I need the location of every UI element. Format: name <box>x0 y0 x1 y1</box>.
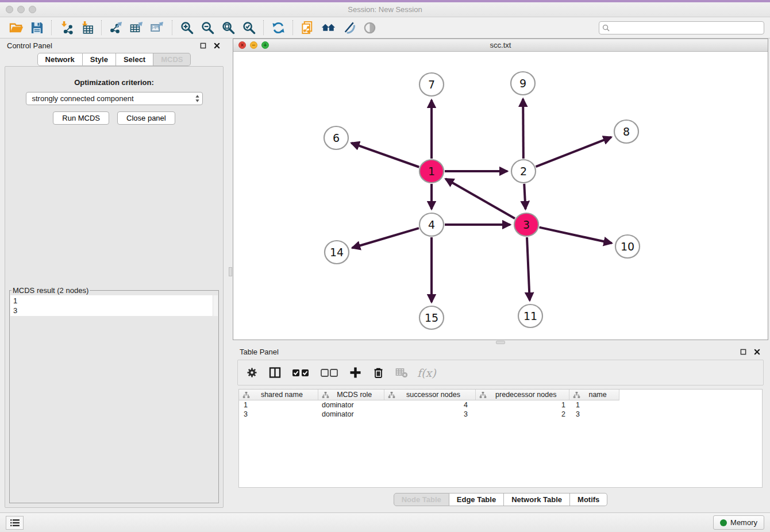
zoom-selected-icon <box>242 21 256 35</box>
zoom-out-button[interactable] <box>197 19 218 36</box>
edge-4-14[interactable] <box>352 228 419 248</box>
tab-style[interactable]: Style <box>83 53 116 66</box>
zoom-in-button[interactable] <box>176 19 197 36</box>
edge-3-10[interactable] <box>539 228 611 244</box>
graph-node-15[interactable]: 15 <box>419 306 444 329</box>
zoom-selected-button[interactable] <box>238 19 259 36</box>
export-image-button[interactable] <box>147 19 168 36</box>
memory-button[interactable]: Memory <box>713 515 764 530</box>
graphics-details-button[interactable] <box>338 19 359 36</box>
edge-2-9[interactable] <box>523 99 523 159</box>
network-window-title: scc.txt <box>233 41 768 49</box>
window-close-button[interactable] <box>6 6 13 13</box>
graph-node-10[interactable]: 10 <box>615 235 640 258</box>
graph-node-4[interactable]: 4 <box>419 213 444 236</box>
table-tab-motifs[interactable]: Motifs <box>570 493 607 506</box>
memory-label: Memory <box>730 518 757 527</box>
table-tab-edge-table[interactable]: Edge Table <box>449 493 504 506</box>
graph-node-9[interactable]: 9 <box>511 72 535 95</box>
toggle-panes-button[interactable] <box>268 366 282 380</box>
search-box[interactable] <box>599 21 764 34</box>
criterion-dropdown[interactable]: strongly connected component <box>26 92 203 105</box>
vertical-splitter-grip[interactable] <box>229 267 232 276</box>
network-maximize-button[interactable]: + <box>261 41 269 49</box>
edge-2-8[interactable] <box>536 137 611 167</box>
status-bar: Memory <box>0 512 770 532</box>
search-input[interactable] <box>612 24 761 32</box>
delete-columns-button[interactable] <box>371 366 385 380</box>
column-hierarchy-icon <box>322 391 329 399</box>
edge-3-1[interactable] <box>445 179 515 218</box>
column-header-MCDS-role[interactable]: MCDS role <box>318 390 384 400</box>
table-cell: 2 <box>476 410 570 418</box>
zoom-out-icon <box>201 21 215 35</box>
table-mode-gear-button[interactable] <box>245 366 259 380</box>
result-scrollbar[interactable] <box>213 295 218 316</box>
optimization-criterion-label: Optimization criterion: <box>5 78 223 87</box>
close-panel-button[interactable]: Close panel <box>117 111 175 125</box>
export-table-button[interactable] <box>126 19 147 36</box>
tab-network[interactable]: Network <box>37 53 83 66</box>
graph-node-14[interactable]: 14 <box>325 241 349 264</box>
refresh-layout-button[interactable] <box>268 19 288 36</box>
toolbar-separator <box>172 20 172 35</box>
table-tab-network-table[interactable]: Network Table <box>504 493 570 506</box>
network-close-button[interactable]: × <box>238 41 246 49</box>
column-header-successor-nodes[interactable]: successor nodes <box>384 390 476 400</box>
close-table-panel-icon[interactable] <box>752 348 761 357</box>
first-neighbors-button[interactable] <box>318 19 338 36</box>
run-mcds-button[interactable]: Run MCDS <box>53 111 109 125</box>
float-table-panel-icon[interactable] <box>738 348 748 357</box>
float-panel-icon[interactable] <box>198 41 207 51</box>
graph-node-11[interactable]: 11 <box>518 304 542 327</box>
close-panel-icon[interactable] <box>212 41 221 51</box>
control-panel-title: Control Panel <box>7 41 194 50</box>
edge-3-11[interactable] <box>527 237 530 300</box>
column-header-predecessor-nodes[interactable]: predecessor nodes <box>476 390 569 400</box>
column-header-shared-name[interactable]: shared name <box>239 390 318 400</box>
import-table-button[interactable] <box>76 19 97 36</box>
task-history-button[interactable] <box>6 516 24 530</box>
edge-2-3[interactable] <box>524 184 525 209</box>
select-all-checkboxes-button[interactable] <box>291 366 310 380</box>
export-network-button[interactable] <box>106 19 126 36</box>
deselect-all-checkboxes-button[interactable] <box>319 366 339 380</box>
deselect-all-checkboxes-icon <box>320 368 338 378</box>
zoom-fit-button[interactable] <box>218 19 238 36</box>
table-tab-node-table[interactable]: Node Table <box>394 493 449 506</box>
clone-network-button[interactable] <box>297 19 318 36</box>
graph-node-3[interactable]: 3 <box>514 213 538 236</box>
table-row[interactable]: 3dominator323 <box>239 410 762 419</box>
window-minimize-button[interactable] <box>17 6 25 13</box>
tab-select[interactable]: Select <box>116 53 153 66</box>
control-panel-header: Control Panel <box>0 38 228 53</box>
network-canvas[interactable]: 7968124314101511 <box>233 52 768 340</box>
import-network-button[interactable] <box>56 19 76 36</box>
graph-node-6[interactable]: 6 <box>324 126 348 149</box>
horizontal-splitter-grip[interactable] <box>496 341 505 344</box>
table-panel-title: Table Panel <box>240 348 734 356</box>
node-label: 3 <box>523 218 530 231</box>
tab-mcds[interactable]: MCDS <box>153 53 191 66</box>
vertical-splitter[interactable] <box>228 38 233 512</box>
horizontal-splitter[interactable] <box>233 340 768 345</box>
window-zoom-button[interactable] <box>29 6 36 13</box>
open-folder-icon <box>9 21 24 35</box>
graph-node-2[interactable]: 2 <box>511 160 536 183</box>
node-label: 8 <box>623 125 630 138</box>
column-header-name[interactable]: name <box>569 390 619 400</box>
graphics-details-icon <box>342 21 356 35</box>
save-session-icon <box>30 21 44 35</box>
graph-node-7[interactable]: 7 <box>419 73 444 96</box>
graph-node-8[interactable]: 8 <box>614 120 638 143</box>
graph-node-1[interactable]: 1 <box>419 160 444 183</box>
table-row[interactable]: 1dominator411 <box>239 400 762 410</box>
open-folder-button[interactable] <box>6 19 26 36</box>
network-minimize-button[interactable]: − <box>250 41 257 49</box>
edge-1-6[interactable] <box>351 143 419 167</box>
mcds-result-list[interactable]: 13 <box>10 295 218 316</box>
save-session-button[interactable] <box>26 19 47 36</box>
new-column-button[interactable] <box>348 366 362 380</box>
delete-table-icon <box>395 367 407 379</box>
window-controls <box>6 6 36 13</box>
